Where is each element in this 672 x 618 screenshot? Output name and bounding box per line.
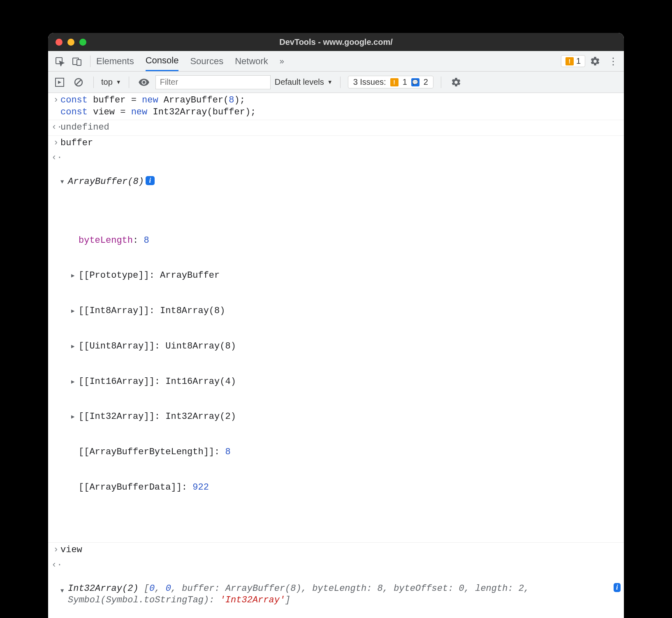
- svg-line-5: [76, 80, 81, 85]
- more-tabs-icon[interactable]: »: [280, 51, 284, 71]
- tab-console[interactable]: Console: [146, 51, 179, 71]
- tree-property[interactable]: [[Int16Array]]: Int16Array(4): [71, 376, 621, 388]
- disclosure-arrow-icon[interactable]: [60, 583, 68, 595]
- separator: [93, 77, 94, 88]
- code-input: const buffer = new ArrayBuffer(8); const…: [60, 95, 621, 118]
- warnings-count: 1: [576, 56, 581, 66]
- tab-sources[interactable]: Sources: [190, 51, 223, 71]
- issues-badge[interactable]: 3 Issues: ! 1 💬 2: [348, 76, 433, 88]
- titlebar: DevTools - www.google.com/: [48, 33, 624, 51]
- disclosure-arrow-icon[interactable]: [71, 341, 79, 350]
- console-result-row: ‹· undefined: [48, 120, 624, 136]
- issues-label: 3 Issues:: [353, 77, 386, 87]
- svg-rect-2: [77, 60, 81, 65]
- issues-info-count: 2: [424, 77, 428, 87]
- tree-property[interactable]: [[Int8Array]]: Int8Array(8): [71, 305, 621, 317]
- context-selector[interactable]: top▼: [101, 77, 121, 87]
- console-result-row: ‹· ArrayBuffer(8) i byteLength: 8 [[Prot…: [48, 151, 624, 543]
- separator: [441, 77, 441, 88]
- window-title: DevTools - www.google.com/: [48, 37, 624, 47]
- disclosure-arrow-icon[interactable]: [60, 176, 68, 186]
- window-controls: [48, 39, 86, 46]
- show-sidebar-icon[interactable]: [52, 75, 67, 90]
- warnings-badge[interactable]: ! 1: [561, 55, 585, 67]
- disclosure-arrow-icon[interactable]: [71, 305, 79, 315]
- more-options-icon[interactable]: ⋮: [605, 54, 620, 69]
- issues-warn-count: 1: [403, 77, 407, 87]
- input-marker: ›: [51, 544, 60, 556]
- filter-input[interactable]: [155, 75, 271, 89]
- tree-property[interactable]: byteLength: 8: [71, 235, 621, 247]
- console-toolbar: top▼ Default levels▼ 3 Issues: ! 1 💬 2: [48, 72, 624, 93]
- tab-network[interactable]: Network: [235, 51, 268, 71]
- warning-icon: !: [390, 78, 399, 86]
- output-marker: ‹·: [51, 152, 60, 541]
- info-badge-icon[interactable]: i: [146, 176, 155, 185]
- tree-property[interactable]: [[Uint8Array]]: Uint8Array(8): [71, 341, 621, 353]
- console-input-row: › buffer: [48, 136, 624, 151]
- tree-property[interactable]: [[Int32Array]]: Int32Array(2): [71, 411, 621, 423]
- object-tree[interactable]: Int32Array(2) [0, 0, buffer: ArrayBuffer…: [60, 560, 621, 618]
- console-settings-icon[interactable]: [449, 75, 463, 90]
- console-output: › const buffer = new ArrayBuffer(8); con…: [48, 93, 624, 618]
- console-input-row: › view: [48, 543, 624, 558]
- separator: [90, 56, 90, 67]
- log-levels-selector[interactable]: Default levels▼: [275, 77, 333, 87]
- main-toolbar: Elements Console Sources Network » ! 1 ⋮: [48, 51, 624, 72]
- object-summary: ArrayBuffer(8): [68, 176, 144, 188]
- maximize-window-button[interactable]: [79, 39, 86, 46]
- warning-icon: !: [565, 57, 574, 65]
- tree-property[interactable]: [[ArrayBufferByteLength]]: 8: [71, 446, 621, 458]
- object-tree[interactable]: ArrayBuffer(8) i byteLength: 8 [[Prototy…: [60, 152, 621, 541]
- svg-marker-3: [58, 81, 61, 84]
- panel-tabs: Elements Console Sources Network »: [96, 51, 284, 71]
- output-marker: ‹·: [51, 122, 60, 134]
- code-input: view: [60, 544, 621, 556]
- tree-header[interactable]: Int32Array(2) [0, 0, buffer: ArrayBuffer…: [60, 583, 621, 606]
- close-window-button[interactable]: [56, 39, 63, 46]
- info-icon: 💬: [411, 78, 419, 86]
- settings-icon[interactable]: [588, 54, 602, 69]
- info-badge-icon[interactable]: i: [614, 583, 621, 592]
- tree-property[interactable]: [[Prototype]]: ArrayBuffer: [71, 270, 621, 282]
- console-result-row: ‹· Int32Array(2) [0, 0, buffer: ArrayBuf…: [48, 558, 624, 618]
- disclosure-arrow-icon[interactable]: [71, 376, 79, 386]
- object-summary: Int32Array(2) [0, 0, buffer: ArrayBuffer…: [68, 583, 612, 606]
- disclosure-arrow-icon[interactable]: [71, 411, 79, 421]
- code-input: buffer: [60, 137, 621, 149]
- console-input-row: › const buffer = new ArrayBuffer(8); con…: [48, 93, 624, 120]
- separator: [340, 77, 341, 88]
- input-marker: ›: [51, 137, 60, 149]
- devtools-window: DevTools - www.google.com/ Elements Cons…: [48, 33, 624, 618]
- device-toggle-icon[interactable]: [70, 54, 84, 69]
- tab-elements[interactable]: Elements: [96, 51, 134, 71]
- inspect-icon[interactable]: [52, 54, 67, 69]
- result-undefined: undefined: [60, 122, 621, 134]
- minimize-window-button[interactable]: [67, 39, 74, 46]
- output-marker: ‹·: [51, 560, 60, 618]
- clear-console-icon[interactable]: [71, 75, 86, 90]
- live-expression-icon[interactable]: [137, 75, 151, 90]
- input-marker: ›: [51, 95, 60, 118]
- tree-property[interactable]: [[ArrayBufferData]]: 922: [71, 482, 621, 494]
- disclosure-arrow-icon[interactable]: [71, 270, 79, 279]
- separator: [129, 77, 129, 88]
- tree-header[interactable]: ArrayBuffer(8) i: [60, 176, 621, 188]
